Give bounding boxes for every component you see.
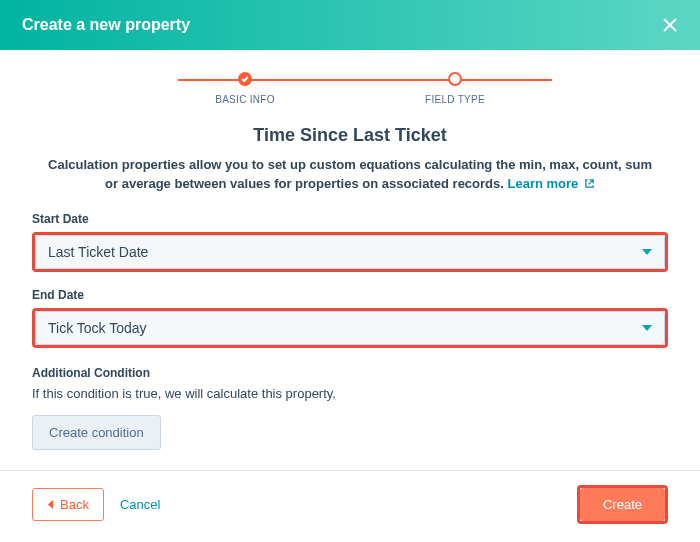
end-date-value: Tick Tock Today (48, 320, 147, 336)
page-title: Time Since Last Ticket (32, 125, 668, 146)
content: Time Since Last Ticket Calculation prope… (0, 111, 700, 450)
modal-header: Create a new property (0, 0, 700, 50)
step-label: FIELD TYPE (425, 94, 485, 105)
cancel-link[interactable]: Cancel (120, 497, 160, 512)
chevron-left-icon (47, 500, 54, 509)
create-button[interactable]: Create (580, 488, 665, 521)
additional-condition-title: Additional Condition (32, 366, 668, 380)
footer: Back Cancel Create (0, 470, 700, 542)
step-basic-info[interactable]: BASIC INFO (140, 72, 350, 105)
step-dot-completed (238, 72, 252, 86)
start-date-select[interactable]: Last Ticket Date (35, 235, 665, 269)
learn-more-link[interactable]: Learn more (508, 176, 595, 191)
caret-down-icon (642, 249, 652, 255)
start-date-label: Start Date (32, 212, 668, 226)
footer-left: Back Cancel (32, 488, 160, 521)
create-highlight: Create (577, 485, 668, 524)
modal-title: Create a new property (22, 16, 190, 34)
stepper: BASIC INFO FIELD TYPE (0, 50, 700, 111)
end-date-label: End Date (32, 288, 668, 302)
create-condition-button[interactable]: Create condition (32, 415, 161, 450)
end-date-select[interactable]: Tick Tock Today (35, 311, 665, 345)
caret-down-icon (642, 325, 652, 331)
close-icon[interactable] (662, 17, 678, 33)
end-date-highlight: Tick Tock Today (32, 308, 668, 348)
step-label: BASIC INFO (215, 94, 275, 105)
start-date-highlight: Last Ticket Date (32, 232, 668, 272)
start-date-value: Last Ticket Date (48, 244, 148, 260)
learn-more-text: Learn more (508, 176, 579, 191)
description: Calculation properties allow you to set … (32, 156, 668, 194)
external-link-icon (584, 178, 595, 189)
back-label: Back (60, 497, 89, 512)
step-field-type[interactable]: FIELD TYPE (350, 72, 560, 105)
additional-condition-desc: If this condition is true, we will calcu… (32, 386, 668, 401)
back-button[interactable]: Back (32, 488, 104, 521)
step-dot-current (448, 72, 462, 86)
